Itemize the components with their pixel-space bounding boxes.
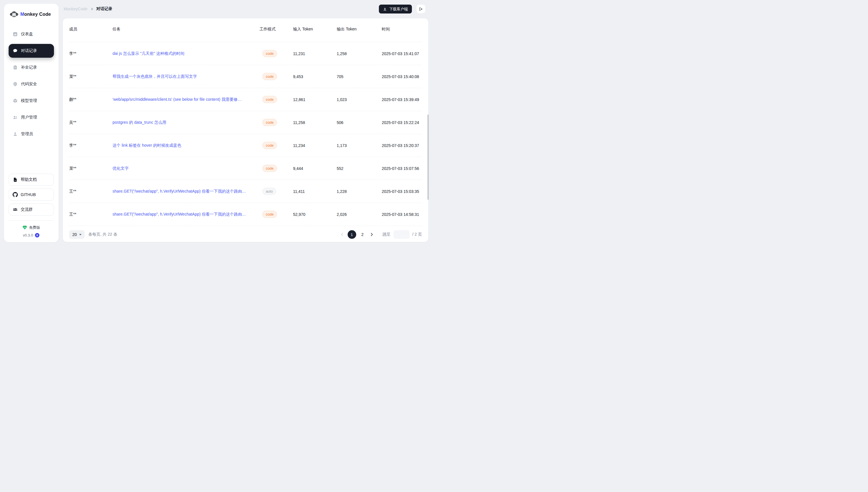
table-row: 菜** 优化文字 code 9,444 552 2025-07-03 15:07… <box>69 157 422 180</box>
pagination-summary: 条每页, 共 22 条 <box>89 232 117 237</box>
users-icon <box>13 115 18 120</box>
sidebar-item-users[interactable]: 用户管理 <box>8 110 54 124</box>
help-docs-button[interactable]: 帮助文档 <box>8 174 54 186</box>
logout-button[interactable] <box>417 5 425 14</box>
task-link[interactable]: 优化文字 <box>113 166 259 171</box>
page-size-select[interactable]: 20 <box>69 230 85 239</box>
table-header: 成员 任务 工作模式 输入 Token 输出 Token 时间 <box>69 23 422 35</box>
group-icon <box>13 207 18 212</box>
github-label: GITHUB <box>21 192 36 197</box>
table-row: 王** share.GET("/wechat/app", h.VerifyUrl… <box>69 203 422 226</box>
member-cell: 李** <box>69 143 113 148</box>
sidebar-nav: 仪表盘 对话记录 补全记录 代码安全 模型管理 <box>8 27 54 141</box>
input-tokens-cell: 12,861 <box>293 97 337 102</box>
community-group-label: 交流群 <box>21 207 33 212</box>
jump-to-label: 跳至 <box>382 232 391 237</box>
chat-icon <box>13 48 18 53</box>
output-tokens-cell: 552 <box>337 166 382 171</box>
breadcrumb: MonkeyCode 对话记录 <box>64 6 113 11</box>
time-cell: 2025-07-03 15:39:49 <box>382 97 422 102</box>
sidebar-item-admin[interactable]: 管理员 <box>8 127 54 141</box>
member-cell: 吴** <box>69 120 113 125</box>
github-button[interactable]: GITHUB <box>8 189 54 201</box>
input-tokens-cell: 11,234 <box>293 143 337 148</box>
breadcrumb-root[interactable]: MonkeyCode <box>64 7 88 11</box>
sidebar-item-dashboard[interactable]: 仪表盘 <box>8 27 54 41</box>
member-cell: 李** <box>69 51 113 56</box>
task-link[interactable]: share.GET("/wechat/app", h.VerifyUrlWech… <box>113 212 259 217</box>
page-button-2[interactable]: 2 <box>359 232 366 237</box>
brand-name: Monkey Code <box>20 12 51 17</box>
time-cell: 2025-07-03 15:20:37 <box>382 143 422 148</box>
conversations-table-card: 成员 任务 工作模式 输入 Token 输出 Token 时间 李** dai … <box>63 18 428 242</box>
task-link[interactable]: 'web/app/src/middleware/client.ts' (see … <box>113 97 259 102</box>
next-page-button[interactable] <box>369 232 374 237</box>
mode-badge: code <box>262 50 277 57</box>
task-link[interactable]: dai js 怎么显示 "几天前" 这种格式的时间 <box>113 51 259 56</box>
member-cell: 王** <box>69 212 113 217</box>
sidebar-footer: 帮助文档 GITHUB 交流群 免费版 v0.3.0 <box>8 174 54 238</box>
member-cell: 王** <box>69 189 113 194</box>
sidebar-divider <box>9 220 53 221</box>
model-icon <box>13 98 18 103</box>
time-cell: 2025-07-03 14:58:31 <box>382 212 422 217</box>
table-row: 李** dai js 怎么显示 "几天前" 这种格式的时间 code 11,23… <box>69 42 422 65</box>
previous-page-button[interactable] <box>340 232 344 237</box>
github-icon <box>13 192 18 197</box>
member-cell: 菜** <box>69 166 113 171</box>
time-cell: 2025-07-03 15:07:56 <box>382 166 422 171</box>
version-row: v0.3.0 <box>8 233 54 238</box>
logout-icon <box>419 7 423 11</box>
output-tokens-cell: 705 <box>337 74 382 79</box>
dashboard-icon <box>13 31 18 37</box>
code-security-icon <box>13 81 18 87</box>
sidebar-item-label: 用户管理 <box>21 115 37 120</box>
app-logo: Monkey Code <box>8 10 54 19</box>
mode-badge: code <box>262 96 277 103</box>
pagination-bar: 20 条每页, 共 22 条 1 2 跳至 / 2 页 <box>69 226 422 243</box>
input-tokens-cell: 9,453 <box>293 74 337 79</box>
download-client-label: 下载客户端 <box>389 7 408 12</box>
sidebar-item-conversations[interactable]: 对话记录 <box>8 44 54 58</box>
community-group-button[interactable]: 交流群 <box>8 203 54 216</box>
help-docs-label: 帮助文档 <box>21 177 37 182</box>
task-link[interactable]: postgres 的 data_trunc 怎么用 <box>113 120 259 125</box>
output-tokens-cell: 506 <box>337 120 382 125</box>
column-header-mode: 工作模式 <box>259 27 293 32</box>
table-row: 吴** postgres 的 data_trunc 怎么用 code 11,25… <box>69 111 422 134</box>
time-cell: 2025-07-03 15:03:35 <box>382 189 422 194</box>
table-row: 王** share.GET("/wechat/app", h.VerifyUrl… <box>69 180 422 203</box>
breadcrumb-current: 对话记录 <box>96 6 113 11</box>
task-link[interactable]: 帮我生成一个灰色底块，并且可以在上面写文字 <box>113 74 259 79</box>
download-client-button[interactable]: 下载客户端 <box>379 5 412 14</box>
completion-icon <box>13 65 18 70</box>
sidebar-item-models[interactable]: 模型管理 <box>8 94 54 108</box>
sidebar-item-label: 代码安全 <box>21 81 37 87</box>
mode-badge: auto <box>262 188 276 195</box>
plan-badge: 免费版 <box>8 225 54 230</box>
page-size-value: 20 <box>72 232 77 237</box>
chevron-down-icon <box>79 234 81 236</box>
column-header-member: 成员 <box>69 27 113 32</box>
input-tokens-cell: 11,411 <box>293 189 337 194</box>
table-row: 菜** 帮我生成一个灰色底块，并且可以在上面写文字 code 9,453 705… <box>69 65 422 88</box>
vertical-scrollbar[interactable] <box>427 115 429 200</box>
column-header-output-tokens: 输出 Token <box>337 27 382 32</box>
task-link[interactable]: share.GET("/wechat/app", h.VerifyUrlWech… <box>113 189 259 194</box>
sidebar-item-code-security[interactable]: 代码安全 <box>8 77 54 91</box>
sidebar-item-completions[interactable]: 补全记录 <box>8 60 54 74</box>
sidebar-item-label: 对话记录 <box>21 48 37 53</box>
page-button-1[interactable]: 1 <box>348 230 356 239</box>
input-tokens-cell: 9,444 <box>293 166 337 171</box>
mode-badge: code <box>262 165 277 172</box>
input-tokens-cell: 52,970 <box>293 212 337 217</box>
time-cell: 2025-07-03 15:40:08 <box>382 74 422 79</box>
mode-badge: code <box>262 119 277 126</box>
mode-badge: code <box>262 73 277 80</box>
column-header-time: 时间 <box>382 27 422 32</box>
input-tokens-cell: 11,231 <box>293 51 337 56</box>
task-link[interactable]: 这个 link 标签在 hover 的时候改成蓝色 <box>113 143 259 148</box>
jump-page-input[interactable] <box>394 230 410 239</box>
upgrade-icon[interactable] <box>35 233 40 238</box>
top-actions: 下载客户端 <box>379 5 425 14</box>
